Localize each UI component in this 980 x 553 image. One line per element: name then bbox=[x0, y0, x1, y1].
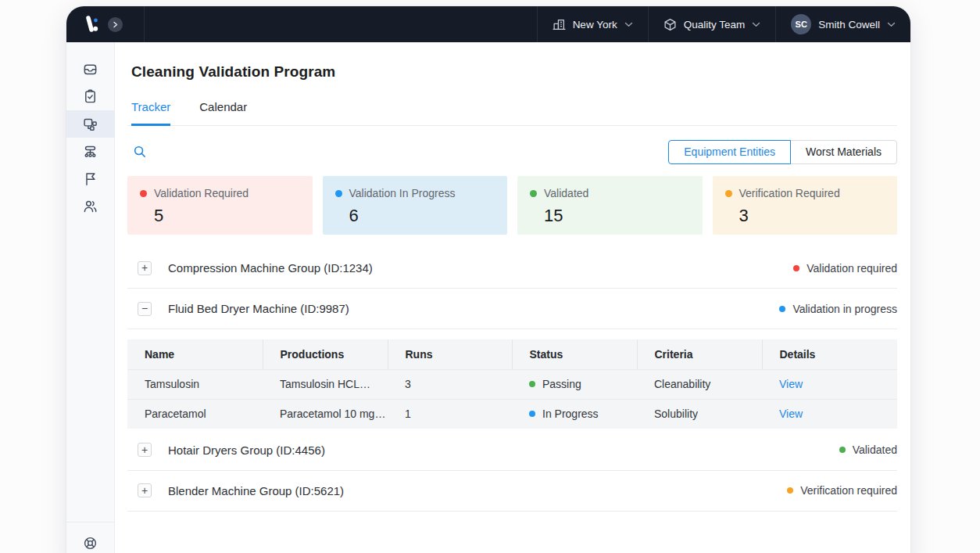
flag-icon bbox=[83, 171, 98, 186]
status-dot bbox=[725, 190, 732, 197]
toggle-equipment-entities[interactable]: Equipment Entities bbox=[668, 140, 791, 164]
status-label: Passing bbox=[542, 378, 581, 390]
cell-name: Tamsulosin bbox=[127, 369, 263, 399]
cell-status: In Progress bbox=[512, 399, 637, 429]
cell-name: Paracetamol bbox=[127, 399, 263, 429]
group-status-label: Validation required bbox=[807, 262, 897, 275]
status-dot bbox=[140, 190, 147, 197]
sitemap-icon bbox=[83, 144, 98, 159]
user-menu[interactable]: SC Smith Cowell bbox=[775, 6, 910, 42]
collapse-button[interactable]: − bbox=[138, 302, 152, 316]
view-details-link[interactable]: View bbox=[779, 378, 803, 390]
status-dot bbox=[779, 306, 785, 312]
view-details-link[interactable]: View bbox=[779, 408, 803, 420]
column-header-productions: Productions bbox=[263, 339, 388, 369]
cell-runs: 1 bbox=[388, 399, 512, 429]
card-verification-required[interactable]: Verification Required 3 bbox=[713, 176, 898, 235]
sidebar-item-programs[interactable] bbox=[66, 110, 114, 138]
table-header-row: Name Productions Runs Status Criteria De… bbox=[127, 339, 897, 369]
search-button[interactable] bbox=[130, 142, 150, 162]
team-selector[interactable]: Quality Team bbox=[648, 6, 776, 42]
chevron-down-icon bbox=[887, 22, 896, 27]
status-dot bbox=[787, 487, 793, 494]
card-count: 5 bbox=[154, 206, 300, 226]
group-label: Fluid Bed Dryer Machine (ID:9987) bbox=[168, 302, 779, 315]
group-status: Validation required bbox=[793, 262, 897, 275]
status-dot bbox=[529, 411, 535, 417]
card-label: Validation Required bbox=[154, 187, 249, 199]
toggle-worst-materials[interactable]: Worst Materials bbox=[790, 140, 897, 164]
card-count: 6 bbox=[349, 206, 495, 226]
column-header-name: Name bbox=[127, 339, 263, 369]
workflow-icon bbox=[83, 117, 98, 131]
materials-table: Name Productions Runs Status Criteria De… bbox=[127, 339, 897, 429]
sidebar-item-help[interactable] bbox=[66, 530, 114, 553]
sidebar-item-teams[interactable] bbox=[66, 192, 114, 220]
sidebar-item-hierarchy[interactable] bbox=[66, 138, 114, 165]
card-label: Validation In Progress bbox=[349, 187, 456, 199]
group-row-hotair-dryers[interactable]: + Hotair Dryers Group (ID:4456) Validate… bbox=[127, 430, 897, 471]
group-status-label: Validation in progress bbox=[792, 303, 897, 315]
card-validation-in-progress[interactable]: Validation In Progress 6 bbox=[323, 176, 508, 235]
sidebar-item-flags[interactable] bbox=[66, 165, 114, 192]
group-label: Blender Machine Group (ID:5621) bbox=[168, 484, 787, 497]
user-name: Smith Cowell bbox=[818, 19, 880, 31]
card-validated[interactable]: Validated 15 bbox=[517, 176, 703, 235]
chevron-down-icon bbox=[624, 22, 633, 27]
group-row-fluid-bed-dryer[interactable]: − Fluid Bed Dryer Machine (ID:9987) Vali… bbox=[127, 289, 897, 329]
group-status: Validation in progress bbox=[779, 303, 897, 315]
cell-productions: Tamsulosin HCL… bbox=[263, 369, 388, 399]
app-logo-icon bbox=[83, 15, 102, 34]
card-label: Verification Required bbox=[739, 187, 840, 199]
card-label: Validated bbox=[544, 187, 588, 199]
tab-bar: Tracker Calendar bbox=[127, 100, 897, 126]
app-window: New York Quality Team SC bbox=[66, 6, 910, 553]
page-title: Cleaning Validation Program bbox=[131, 63, 897, 81]
expand-button[interactable]: + bbox=[138, 261, 152, 275]
cell-productions: Paracetamol 10 mg… bbox=[263, 399, 388, 429]
status-dot bbox=[335, 190, 342, 197]
group-status: Validated bbox=[839, 443, 897, 456]
sidebar-item-inbox[interactable] bbox=[66, 56, 114, 83]
group-row-compression-machine[interactable]: + Compression Machine Group (ID:1234) Va… bbox=[127, 248, 897, 289]
group-label: Hotair Dryers Group (ID:4456) bbox=[168, 443, 839, 457]
cell-details: View bbox=[762, 399, 897, 429]
expand-button[interactable]: + bbox=[138, 443, 152, 457]
clipboard-check-icon bbox=[83, 89, 98, 104]
status-label: In Progress bbox=[542, 408, 599, 420]
building-icon bbox=[553, 18, 566, 31]
cell-runs: 3 bbox=[388, 369, 512, 399]
chevron-down-icon bbox=[752, 22, 760, 27]
group-status: Verification required bbox=[787, 484, 897, 497]
chevron-right-icon bbox=[112, 21, 119, 28]
card-count: 3 bbox=[739, 206, 885, 226]
cell-status: Passing bbox=[512, 369, 637, 399]
table-row: Tamsulosin Tamsulosin HCL… 3 Passing Cle… bbox=[127, 369, 897, 399]
location-selector[interactable]: New York bbox=[537, 6, 648, 42]
tab-calendar[interactable]: Calendar bbox=[199, 100, 247, 126]
table-row: Paracetamol Paracetamol 10 mg… 1 In Prog… bbox=[127, 399, 897, 429]
users-icon bbox=[83, 199, 98, 214]
avatar: SC bbox=[791, 14, 811, 34]
team-label: Quality Team bbox=[684, 19, 746, 31]
status-dot bbox=[529, 381, 535, 387]
card-validation-required[interactable]: Validation Required 5 bbox=[127, 176, 313, 235]
tab-tracker[interactable]: Tracker bbox=[131, 100, 170, 126]
sidebar-expand-button[interactable] bbox=[108, 17, 123, 32]
group-status-label: Validated bbox=[853, 443, 897, 456]
sidebar-footer bbox=[66, 522, 114, 553]
location-label: New York bbox=[573, 19, 617, 31]
cell-criteria: Cleanability bbox=[637, 369, 762, 399]
expand-button[interactable]: + bbox=[138, 483, 152, 497]
topbar-brand bbox=[66, 6, 145, 42]
main-content: Cleaning Validation Program Tracker Cale… bbox=[115, 42, 910, 553]
column-header-runs: Runs bbox=[388, 339, 512, 369]
group-row-blender-machine[interactable]: + Blender Machine Group (ID:5621) Verifi… bbox=[127, 471, 897, 512]
card-count: 15 bbox=[544, 206, 690, 226]
cell-criteria: Solubility bbox=[637, 399, 762, 429]
column-header-criteria: Criteria bbox=[637, 339, 762, 369]
sidebar-item-audits[interactable] bbox=[66, 83, 114, 110]
toolbar: Equipment Entities Worst Materials bbox=[127, 139, 897, 164]
topbar: New York Quality Team SC bbox=[66, 6, 910, 42]
status-dot bbox=[793, 265, 799, 271]
